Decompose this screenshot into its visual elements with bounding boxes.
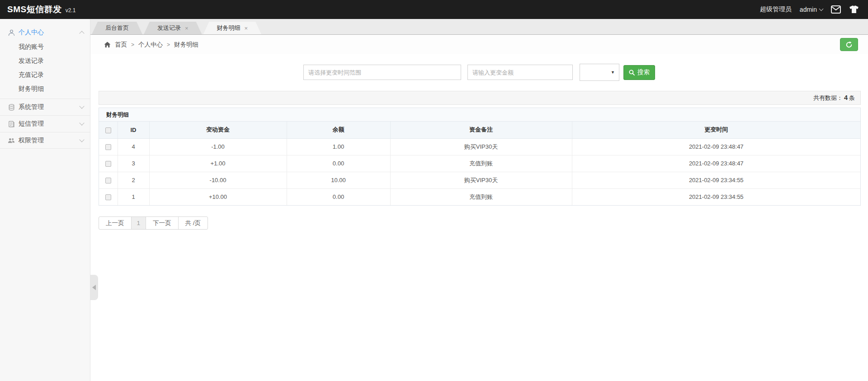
finance-table: ID 变动资金 余额 资金备注 更变时间 4 -1.00 1.00 购买VIP3… [99, 122, 860, 205]
tab-label: 发送记录 [157, 22, 181, 34]
sidebar-collapse-handle[interactable] [90, 275, 98, 300]
row-checkbox[interactable] [105, 194, 111, 200]
sidebar-item-sms-management[interactable]: 短信管理 [0, 115, 90, 132]
sidebar-item-permission-management[interactable]: 权限管理 [0, 132, 90, 149]
user-role-label: 超级管理员 [760, 5, 792, 14]
row-checkbox[interactable] [105, 161, 111, 167]
stats-count: 4 [844, 94, 848, 101]
app-title: SMS短信群发 [7, 4, 62, 15]
refresh-icon [845, 41, 853, 48]
time-range-input[interactable] [303, 65, 461, 80]
row-checkbox[interactable] [105, 178, 111, 183]
stats-label: 共有数据： [813, 94, 843, 101]
breadcrumb-home[interactable]: 首页 [115, 41, 127, 49]
chevron-down-icon [79, 137, 84, 142]
cell-id: 3 [118, 155, 149, 172]
tab-label: 后台首页 [105, 22, 129, 34]
message-icon [7, 121, 15, 127]
tab-send-records[interactable]: 发送记录 × [144, 22, 202, 34]
cell-id: 4 [118, 138, 149, 155]
header-checkbox-cell [99, 122, 118, 138]
sidebar-item-my-account[interactable]: 我的账号 [0, 40, 90, 54]
tab-bar: 后台首页 发送记录 × 财务明细 × [90, 19, 868, 35]
cell-balance: 0.00 [287, 155, 390, 172]
tab-label: 财务明细 [217, 22, 241, 34]
table-row: 3 +1.00 0.00 充值到账 2021-02-09 23:48:47 [99, 155, 860, 172]
sidebar-item-label: 系统管理 [19, 103, 80, 111]
cell-time: 2021-02-09 23:34:55 [572, 172, 860, 188]
pagination-current-page[interactable]: 1 [132, 217, 146, 229]
search-icon [629, 70, 635, 75]
app-version: v2.1 [66, 7, 76, 14]
chevron-down-icon [79, 103, 84, 108]
table-row: 1 +10.00 0.00 充值到账 2021-02-09 23:34:55 [99, 188, 860, 205]
breadcrumb-bar: 首页 > 个人中心 > 财务明细 [90, 35, 868, 54]
search-button[interactable]: 搜索 [623, 65, 655, 80]
pagination-next[interactable]: 下一页 [146, 217, 179, 229]
tab-close-icon[interactable]: × [245, 25, 248, 31]
finance-panel: 财务明细 ID 变动资金 余额 资金备注 更变时间 4 [99, 108, 861, 206]
refresh-button[interactable] [840, 38, 858, 51]
tab-close-icon[interactable]: × [185, 25, 189, 31]
table-header-row: ID 变动资金 余额 资金备注 更变时间 [99, 122, 860, 138]
chevron-down-icon [79, 120, 84, 125]
breadcrumb: 首页 > 个人中心 > 财务明细 [104, 41, 198, 49]
username: admin [800, 6, 817, 13]
pagination-prev[interactable]: 上一页 [99, 217, 132, 229]
cell-remark: 充值到账 [390, 155, 572, 172]
select-caret-icon: ▼ [611, 70, 615, 75]
app-brand: SMS短信群发 v2.1 [7, 4, 75, 15]
cell-change: -10.00 [149, 172, 287, 188]
cell-remark: 充值到账 [390, 188, 572, 205]
panel-title: 财务明细 [99, 108, 860, 122]
user-menu[interactable]: admin [800, 6, 823, 13]
select-all-checkbox[interactable] [105, 127, 111, 133]
cell-balance: 10.00 [287, 172, 390, 188]
search-button-label: 搜索 [637, 68, 650, 76]
cell-change: +1.00 [149, 155, 287, 172]
tab-dashboard[interactable]: 后台首页 [92, 22, 142, 34]
cell-balance: 1.00 [287, 138, 390, 155]
search-toolbar: ▼ 搜索 [90, 64, 868, 81]
sidebar-item-send-records[interactable]: 发送记录 [0, 54, 90, 68]
cell-id: 2 [118, 172, 149, 188]
pagination: 上一页 1 下一页 共 /页 [99, 216, 208, 230]
cell-remark: 购买VIP30天 [390, 138, 572, 155]
cell-id: 1 [118, 188, 149, 205]
database-icon [7, 104, 15, 111]
table-row: 4 -1.00 1.00 购买VIP30天 2021-02-09 23:48:4… [99, 138, 860, 155]
sidebar-item-label: 短信管理 [19, 120, 80, 128]
tshirt-theme-icon[interactable] [849, 5, 859, 14]
users-icon [7, 137, 15, 144]
home-icon [104, 42, 111, 48]
cell-time: 2021-02-09 23:34:55 [572, 188, 860, 205]
sidebar-item-system-management[interactable]: 系统管理 [0, 99, 90, 115]
cell-remark: 购买VIP30天 [390, 172, 572, 188]
sidebar-item-label: 权限管理 [19, 136, 80, 145]
cell-change: +10.00 [149, 188, 287, 205]
filter-select[interactable]: ▼ [580, 64, 619, 81]
sidebar-item-personal-center[interactable]: 个人中心 [0, 25, 90, 40]
cell-change: -1.00 [149, 138, 287, 155]
row-checkbox[interactable] [105, 144, 111, 150]
tab-finance-detail[interactable]: 财务明细 × [203, 22, 262, 34]
stats-bar: 共有数据：4条 [99, 91, 861, 105]
header-change: 变动资金 [149, 122, 287, 138]
sidebar-item-finance-detail[interactable]: 财务明细 [0, 82, 90, 96]
breadcrumb-personal-center[interactable]: 个人中心 [138, 41, 163, 49]
topbar: SMS短信群发 v2.1 超级管理员 admin [0, 0, 868, 19]
sidebar-item-label: 个人中心 [19, 28, 80, 37]
user-icon [7, 29, 15, 36]
sidebar-submenu: 我的账号 发送记录 充值记录 财务明细 [0, 40, 90, 96]
header-time: 更变时间 [572, 122, 860, 138]
sidebar-item-recharge-records[interactable]: 充值记录 [0, 68, 90, 82]
amount-input[interactable] [467, 65, 573, 80]
breadcrumb-current: 财务明细 [174, 41, 198, 49]
mail-icon[interactable] [831, 5, 841, 14]
header-remark: 资金备注 [390, 122, 572, 138]
cell-time: 2021-02-09 23:48:47 [572, 138, 860, 155]
header-balance: 余额 [287, 122, 390, 138]
stats-unit: 条 [849, 94, 855, 101]
breadcrumb-separator: > [131, 42, 134, 48]
chevron-down-icon [819, 7, 824, 11]
